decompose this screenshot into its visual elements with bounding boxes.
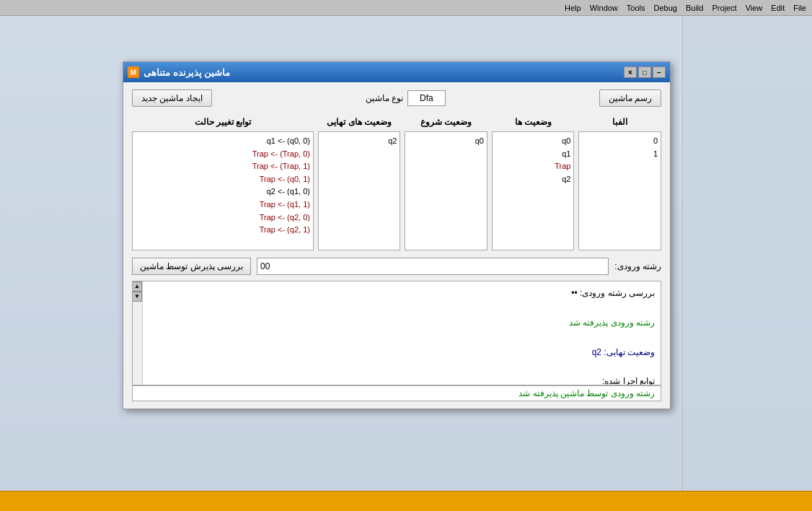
modal-titlebar: × □ − ماشین پذیرنده متناهی M bbox=[123, 62, 670, 82]
state-q2: q2 bbox=[495, 173, 571, 186]
states-header: وضعیت ها bbox=[492, 115, 575, 128]
states-panel: وضعیت ها q0 q1 Trap q2 bbox=[492, 115, 575, 250]
machine-type-box: Dfa نوع ماشین bbox=[366, 90, 446, 106]
output-line-3: وضعیت تهایی: q2 bbox=[150, 345, 655, 359]
state-trap: Trap bbox=[495, 160, 571, 173]
start-state-box: q0 bbox=[405, 131, 487, 250]
transitions-box: (q0, 0) -> q1 (Trap, 0) -> Trap (Trap, 1… bbox=[132, 131, 314, 250]
state-q1: q1 bbox=[495, 148, 571, 161]
menu-build[interactable]: Build bbox=[683, 2, 706, 14]
top-menubar: File Edit View Project Build Debug Tools… bbox=[0, 0, 812, 16]
alphabet-header: الفبا bbox=[578, 115, 661, 128]
status-text: رشته ورودی توسط ماشین پذیرفته شد bbox=[518, 388, 655, 398]
machine-type-label: نوع ماشین bbox=[366, 93, 403, 103]
transition-3: (q0, 1) -> Trap bbox=[136, 173, 310, 186]
create-machine-button[interactable]: ایجاد ماشین جدید bbox=[132, 89, 212, 107]
start-state-value: q0 bbox=[408, 135, 484, 148]
menu-window[interactable]: Window bbox=[587, 2, 621, 14]
menu-project[interactable]: Project bbox=[709, 2, 739, 14]
menu-file[interactable]: File bbox=[790, 2, 809, 14]
modal-title-icon: M bbox=[128, 66, 139, 78]
transition-0: (q0, 0) -> q1 bbox=[136, 135, 310, 148]
columns-section: الفبا 0 1 وضعیت ها q0 q1 Trap q2 وضعیت ش… bbox=[132, 115, 661, 250]
transition-7: (q2, 1) -> Trap bbox=[136, 224, 310, 237]
alphabet-panel: الفبا 0 1 bbox=[578, 115, 661, 250]
alphabet-item-1: 1 bbox=[582, 148, 658, 161]
close-button[interactable]: × bbox=[624, 66, 637, 78]
transitions-header: توابع تغییر حالت bbox=[132, 115, 314, 128]
transitions-panel: توابع تغییر حالت (q0, 0) -> q1 (Trap, 0)… bbox=[132, 115, 314, 250]
bottom-taskbar bbox=[0, 491, 812, 511]
check-button[interactable]: بررسی پذیرش توسط ماشین bbox=[132, 258, 251, 275]
alphabet-item-0: 0 bbox=[582, 135, 658, 148]
toolbar-row: رسم ماشین Dfa نوع ماشین ایجاد ماشین جدید bbox=[132, 89, 661, 107]
transition-6: (q2, 0) -> Trap bbox=[136, 211, 310, 224]
output-line-1: بررسی رشته ورودی: ‌•• bbox=[150, 286, 655, 300]
transition-4: (q1, 0) -> q2 bbox=[136, 185, 310, 198]
final-states-box: q2 bbox=[318, 131, 401, 250]
modal-dialog: × □ − ماشین پذیرنده متناهی M رسم ماشین D… bbox=[123, 61, 671, 409]
modal-body: رسم ماشین Dfa نوع ماشین ایجاد ماشین جدید… bbox=[123, 82, 670, 409]
string-input[interactable] bbox=[257, 258, 609, 275]
input-row: رشته ورودی: بررسی پذیرش توسط ماشین bbox=[132, 258, 661, 275]
modal-title-area: ماشین پذیرنده متناهی M bbox=[128, 66, 230, 78]
scroll-up-btn[interactable]: ▲ bbox=[132, 281, 142, 292]
final-states-panel: وضعیت های تهایی q2 bbox=[318, 115, 401, 250]
menu-help[interactable]: Help bbox=[562, 2, 584, 14]
final-states-header: وضعیت های تهایی bbox=[318, 115, 401, 128]
output-line-2: رشته ورودی پذیرفته شد bbox=[150, 315, 655, 330]
maximize-button[interactable]: □ bbox=[638, 66, 651, 78]
output-scrollbar[interactable]: ▲ ▼ bbox=[133, 281, 143, 385]
transition-2: (Trap, 1) -> Trap bbox=[136, 160, 310, 173]
background-sidebar bbox=[682, 16, 812, 491]
alphabet-box: 0 1 bbox=[578, 131, 661, 250]
menu-tools[interactable]: Tools bbox=[624, 2, 648, 14]
menu-debug[interactable]: Debug bbox=[651, 2, 680, 14]
scroll-down-btn[interactable]: ▼ bbox=[132, 292, 142, 302]
modal-title-text: ماشین پذیرنده متناهی bbox=[144, 67, 230, 78]
machine-type-value: Dfa bbox=[407, 90, 446, 106]
transition-5: (q1, 1) -> Trap bbox=[136, 198, 310, 211]
output-line-4: توابع اجرا شده: bbox=[150, 374, 655, 385]
input-label: رشته ورودی: bbox=[614, 261, 661, 271]
transition-1: (Trap, 0) -> Trap bbox=[136, 148, 310, 161]
state-q0: q0 bbox=[495, 135, 571, 148]
draw-machine-button[interactable]: رسم ماشین bbox=[599, 89, 661, 107]
modal-window-controls: × □ − bbox=[624, 66, 666, 78]
status-bar: رشته ورودی توسط ماشین پذیرفته شد bbox=[132, 385, 661, 401]
output-area: ▲ ▼ بررسی رشته ورودی: ‌•• رشته ورودی پذی… bbox=[132, 281, 661, 385]
start-state-panel: وضعیت شروع q0 bbox=[405, 115, 487, 250]
output-content: بررسی رشته ورودی: ‌•• رشته ورودی پذیرفته… bbox=[150, 286, 655, 385]
start-state-header: وضعیت شروع bbox=[405, 115, 487, 128]
states-box: q0 q1 Trap q2 bbox=[492, 131, 575, 250]
menu-edit[interactable]: Edit bbox=[768, 2, 787, 14]
menu-view[interactable]: View bbox=[743, 2, 766, 14]
final-state-q2: q2 bbox=[322, 135, 397, 148]
minimize-button[interactable]: − bbox=[653, 66, 666, 78]
